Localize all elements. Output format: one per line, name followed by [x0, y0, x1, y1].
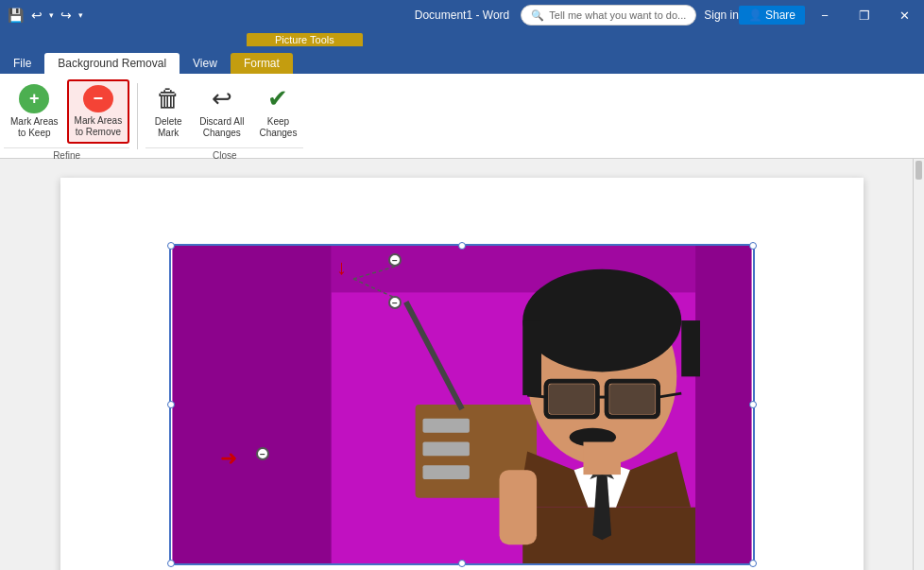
resize-handle-bot-left[interactable]	[167, 560, 175, 567]
resize-handle-top-left[interactable]	[167, 242, 175, 250]
mark-keep-icon: +	[19, 84, 49, 113]
undo-dropdown-button[interactable]: ▾	[48, 9, 55, 21]
resize-handle-mid-right[interactable]	[749, 401, 757, 408]
app-title: Document1 - Word	[415, 9, 509, 22]
close-button[interactable]: ✕	[884, 0, 924, 30]
search-placeholder: Tell me what you want to do...	[549, 9, 686, 21]
svg-rect-20	[609, 384, 655, 414]
undo-button[interactable]: ↩	[29, 6, 44, 25]
restore-button[interactable]: ❐	[845, 0, 884, 30]
selected-image[interactable]: ↓ − − ➜ −	[169, 244, 755, 565]
discard-icon: ↩	[212, 84, 232, 113]
delete-mark-button[interactable]: 🗑 DeleteMark	[145, 79, 191, 144]
document-page: ↓ − − ➜ −	[60, 178, 864, 570]
search-icon: 🔍	[531, 9, 544, 22]
scrollbar-thumb[interactable]	[915, 161, 922, 180]
photo-svg	[171, 246, 753, 563]
svg-rect-13	[681, 320, 700, 376]
resize-handle-mid-left[interactable]	[167, 401, 175, 408]
vertical-scrollbar[interactable]	[913, 159, 924, 570]
picture-tools-label: Picture Tools	[247, 33, 363, 46]
share-label: Share	[765, 9, 796, 22]
keep-changes-label: KeepChanges	[259, 116, 297, 139]
svg-rect-8	[422, 465, 469, 479]
redo-button[interactable]: ↪	[59, 6, 74, 25]
delete-mark-icon: 🗑	[156, 84, 180, 113]
minimize-button[interactable]: −	[805, 0, 845, 30]
qat-more-button[interactable]: ▾	[77, 9, 84, 21]
svg-rect-3	[695, 246, 751, 563]
svg-point-11	[522, 269, 681, 372]
svg-rect-12	[522, 320, 541, 395]
tell-me-box[interactable]: 🔍 Tell me what you want to do...	[521, 5, 696, 26]
context-tab-label-row: Picture Tools	[0, 30, 924, 49]
mark-areas-to-keep-button[interactable]: + Mark Areasto Keep	[4, 79, 65, 144]
keep-changes-icon: ✔	[267, 84, 288, 113]
keep-changes-button[interactable]: ✔ KeepChanges	[252, 79, 303, 144]
svg-rect-24	[583, 442, 621, 475]
ribbon-divider-1	[137, 83, 138, 149]
discard-label: Discard AllChanges	[199, 116, 244, 139]
resize-handle-top-right[interactable]	[749, 242, 757, 250]
save-button[interactable]: 💾	[6, 6, 26, 25]
tab-view[interactable]: View	[180, 53, 231, 74]
mark-remove-icon: −	[83, 85, 113, 112]
document-area: ↓ − − ➜ −	[0, 159, 924, 570]
svg-rect-23	[500, 470, 538, 544]
share-icon: 👤	[748, 9, 762, 22]
ribbon: + Mark Areasto Keep − Mark Areasto Remov…	[0, 74, 924, 159]
mark-minus-mid: −	[388, 296, 402, 309]
mark-areas-to-remove-button[interactable]: − Mark Areasto Remove	[67, 79, 130, 144]
tab-file[interactable]: File	[0, 53, 44, 74]
share-button[interactable]: 👤 Share	[739, 6, 805, 25]
sign-in-button[interactable]: Sign in	[704, 9, 739, 22]
mark-minus-top-right: −	[388, 253, 402, 267]
svg-rect-6	[422, 419, 469, 433]
title-bar: 💾 ↩ ▾ ↪ ▾ Document1 - Word 🔍 Tell me wha…	[0, 0, 924, 30]
tab-format[interactable]: Format	[231, 53, 293, 74]
svg-rect-2	[173, 246, 332, 563]
mark-keep-label: Mark Areasto Keep	[10, 116, 59, 139]
mark-arrow-top: ↓	[336, 255, 347, 280]
ribbon-tabs-row: File Background Removal View Format	[0, 49, 924, 74]
resize-handle-top-center[interactable]	[458, 242, 466, 250]
mark-minus-left: −	[256, 447, 269, 460]
mark-arrow-left: ➜	[220, 446, 237, 471]
discard-all-changes-button[interactable]: ↩ Discard AllChanges	[193, 79, 250, 144]
resize-handle-bot-center[interactable]	[458, 560, 466, 567]
mark-remove-label: Mark Areasto Remove	[75, 115, 123, 138]
resize-handle-bot-right[interactable]	[749, 560, 757, 567]
svg-rect-19	[549, 384, 594, 414]
svg-line-17	[527, 395, 546, 397]
tab-background-removal[interactable]: Background Removal	[44, 53, 180, 74]
delete-mark-label: DeleteMark	[155, 116, 182, 139]
refine-group: + Mark Areasto Keep − Mark Areasto Remov…	[0, 74, 133, 158]
close-group: 🗑 DeleteMark ↩ Discard AllChanges ✔ Keep…	[142, 74, 307, 158]
svg-rect-7	[422, 442, 469, 457]
